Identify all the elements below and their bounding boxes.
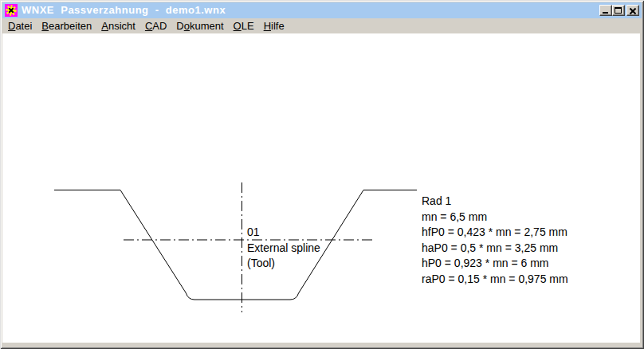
titlebar[interactable]: WNXE Passverzahnung - demo1.wnx (2, 2, 642, 18)
drawing-canvas: 01 External spline (Tool) Rad 1 mn = 6,5… (2, 33, 640, 343)
menu-item-cad[interactable]: CAD (140, 19, 171, 33)
close-button[interactable] (626, 5, 639, 16)
app-window: WNXE Passverzahnung - demo1.wnx DateiBea… (0, 0, 644, 349)
rack-profile-outline (54, 190, 417, 300)
menu-item-dokument[interactable]: Dokument (171, 19, 228, 33)
minimize-button[interactable] (599, 5, 612, 16)
menu-item-bearbeiten[interactable]: Bearbeiten (37, 19, 96, 33)
profile-name-label: External spline (247, 241, 320, 254)
maximize-icon (615, 7, 622, 14)
annotation-line-mn: mn = 6,5 mm (422, 210, 487, 223)
window-title: WNXE Passverzahnung - demo1.wnx (22, 2, 226, 18)
menu-item-ansicht[interactable]: Ansicht (96, 19, 140, 33)
annotation-line-rap0: raP0 = 0,15 * mn = 0,975 mm (422, 273, 568, 285)
menubar: DateiBearbeitenAnsichtCADDokumentOLEHilf… (2, 18, 642, 33)
minimize-icon (603, 12, 608, 14)
annotation-line-hfp0: hfP0 = 0,423 * mn = 2,75 mm (422, 225, 567, 238)
menu-item-hilfe[interactable]: Hilfe (259, 19, 289, 33)
menu-item-ole[interactable]: OLE (229, 19, 259, 33)
profile-type-label: (Tool) (247, 257, 275, 269)
drawing-area[interactable]: 01 External spline (Tool) Rad 1 mn = 6,5… (2, 33, 640, 343)
maximize-button[interactable] (612, 5, 625, 16)
menu-item-datei[interactable]: Datei (3, 19, 37, 33)
window-controls (599, 5, 639, 16)
app-gear-icon[interactable] (5, 4, 18, 17)
annotation-line-title: Rad 1 (422, 194, 452, 207)
profile-number-label: 01 (247, 225, 260, 238)
annotation-line-hp0: hP0 = 0,923 * mn = 6 mm (422, 257, 549, 269)
annotation-line-hap0: haP0 = 0,5 * mn = 3,25 mm (422, 241, 558, 254)
close-icon (629, 8, 637, 14)
